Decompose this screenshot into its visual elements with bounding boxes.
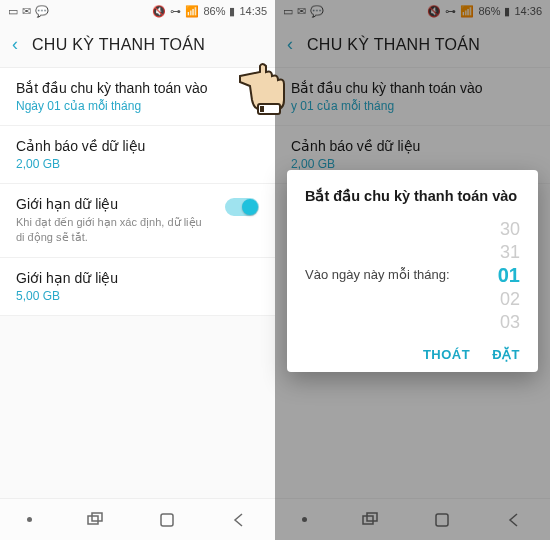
notif-icon: ▭ xyxy=(8,5,18,18)
row-billing-cycle[interactable]: Bắt đầu chu kỳ thanh toán vào Ngày 01 củ… xyxy=(0,68,275,126)
nav-dot xyxy=(27,517,32,522)
screen-right: ▭ ✉ 💬 🔇 ⊶ 📶 86% ▮ 14:36 ‹ CHU KỲ THANH T… xyxy=(275,0,550,540)
row-value: 2,00 GB xyxy=(16,157,259,171)
svg-rect-0 xyxy=(88,516,98,524)
row-value: 5,00 GB xyxy=(16,289,259,303)
nav-bar xyxy=(0,498,275,540)
dialog-label: Vào ngày này mỗi tháng: xyxy=(305,266,462,284)
wheel-item: 31 xyxy=(472,241,520,264)
toggle-switch[interactable] xyxy=(225,198,259,216)
svg-rect-1 xyxy=(92,513,102,521)
wheel-item: 02 xyxy=(472,288,520,311)
row-data-warning[interactable]: Cảnh báo về dữ liệu 2,00 GB xyxy=(0,126,275,184)
row-label: Giới hạn dữ liệu xyxy=(16,196,206,212)
row-label: Bắt đầu chu kỳ thanh toán vào xyxy=(16,80,259,96)
chat-icon: ✉ xyxy=(22,5,31,18)
wheel-item-selected: 01 xyxy=(472,263,520,288)
mute-icon: 🔇 xyxy=(152,5,166,18)
row-value: Ngày 01 của mỗi tháng xyxy=(16,99,259,113)
cancel-button[interactable]: THOÁT xyxy=(423,347,470,362)
ok-button[interactable]: ĐẶT xyxy=(492,347,520,362)
recents-icon[interactable] xyxy=(86,511,104,529)
row-label: Cảnh báo về dữ liệu xyxy=(16,138,259,154)
screen-left: ▭ ✉ 💬 🔇 ⊶ 📶 86% ▮ 14:35 ‹ CHU KỲ THANH T… xyxy=(0,0,275,540)
clock: 14:35 xyxy=(239,5,267,17)
signal-icon: 📶 xyxy=(185,5,199,18)
svg-rect-2 xyxy=(161,514,173,526)
home-icon[interactable] xyxy=(158,511,176,529)
wheel-item: 03 xyxy=(472,311,520,334)
row-data-limit-toggle[interactable]: Giới hạn dữ liệu Khi đạt đến giới hạn xá… xyxy=(0,184,275,258)
settings-list: Bắt đầu chu kỳ thanh toán vào Ngày 01 củ… xyxy=(0,68,275,498)
row-data-limit-value[interactable]: Giới hạn dữ liệu 5,00 GB xyxy=(0,258,275,316)
back-nav-icon[interactable] xyxy=(230,511,248,529)
page-title: CHU KỲ THANH TOÁN xyxy=(32,36,205,54)
bubble-icon: 💬 xyxy=(35,5,49,18)
battery-text: 86% xyxy=(203,5,225,17)
billing-day-dialog: Bắt đầu chu kỳ thanh toán vào Vào ngày n… xyxy=(287,170,538,372)
row-description: Khi đạt đến giới hạn xác định, dữ liệu d… xyxy=(16,215,206,245)
header: ‹ CHU KỲ THANH TOÁN xyxy=(0,22,275,68)
status-bar: ▭ ✉ 💬 🔇 ⊶ 📶 86% ▮ 14:35 xyxy=(0,0,275,22)
battery-icon: ▮ xyxy=(229,5,235,18)
row-label: Giới hạn dữ liệu xyxy=(16,270,259,286)
wheel-item: 30 xyxy=(472,218,520,241)
wifi-icon: ⊶ xyxy=(170,5,181,18)
dialog-title: Bắt đầu chu kỳ thanh toán vào xyxy=(305,188,520,204)
day-picker-wheel[interactable]: 30 31 01 02 03 xyxy=(472,218,520,333)
back-icon[interactable]: ‹ xyxy=(12,34,18,55)
